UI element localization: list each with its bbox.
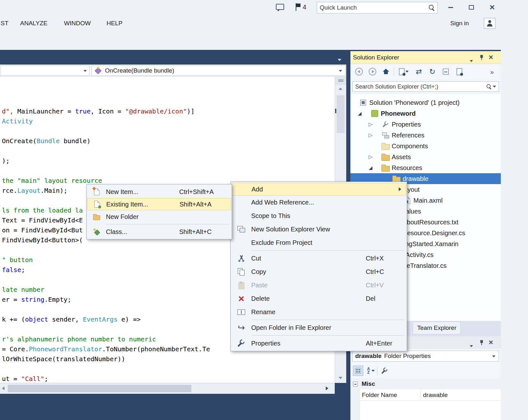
maximize-button[interactable] (465, 2, 478, 13)
copy-icon (238, 268, 245, 276)
solution-search-input[interactable] (355, 83, 486, 90)
close-panel-button[interactable]: × (489, 53, 493, 61)
close-button[interactable]: × (486, 2, 499, 13)
menu-item-open-folder-in-file-explorer[interactable]: ↪ Open Folder in File Explorer (231, 321, 406, 334)
show-all-files-button[interactable] (454, 66, 465, 77)
open-documents-dropdown[interactable] (338, 56, 341, 63)
scroll-left-arrow[interactable] (2, 386, 4, 390)
menu-item-scope-to-this[interactable]: Scope to This (231, 209, 406, 222)
scroll-right-arrow[interactable] (326, 386, 328, 390)
forward-button[interactable] (367, 66, 378, 77)
wrench-icon (381, 368, 388, 374)
tree-item-components[interactable]: Components (350, 141, 501, 152)
menu-item-new-folder[interactable]: New Folder (87, 210, 231, 223)
menu-item-properties[interactable]: Properties Alt+Enter (231, 337, 406, 350)
code-line[interactable] (2, 77, 335, 87)
back-button[interactable] (354, 66, 364, 77)
menu-item-add[interactable]: Add (231, 183, 406, 196)
expanded-expander-icon[interactable]: ◢ (356, 108, 364, 119)
switch-views-button[interactable] (397, 66, 411, 77)
splitter-icon (338, 80, 343, 80)
menu-item-class[interactable]: Class... Shift+Alt+C (87, 225, 231, 238)
code-line[interactable] (2, 146, 335, 156)
collapse-category-icon[interactable] (353, 382, 358, 386)
menu-item-existing-item[interactable]: Existing Item... Shift+Alt+A (87, 198, 231, 210)
members-combo[interactable]: OnCreate(Bundle bundle) (92, 66, 346, 76)
minimize-button[interactable] (444, 2, 457, 13)
tree-item-solution[interactable]: Solution 'Phoneword' (1 project) (350, 97, 501, 108)
horizontal-scrollbar[interactable] (0, 383, 335, 394)
scroll-up-arrow[interactable] (339, 88, 342, 90)
alphabetical-button[interactable] (365, 366, 375, 376)
menu-shortcut: Ctrl+C (366, 268, 384, 276)
horizontal-scroll-thumb[interactable] (8, 385, 191, 392)
account-button[interactable] (484, 18, 495, 29)
menubar-item-window[interactable]: WINDOW (64, 15, 91, 31)
collapse-all-button[interactable] (440, 66, 451, 77)
categorized-button[interactable] (353, 366, 363, 376)
tree-item-phoneword[interactable]: ◢ Phoneword (350, 108, 501, 119)
menu-item-rename[interactable]: Rename (231, 305, 406, 319)
menu-item-new-item[interactable]: New Item... Ctrl+Shift+A (87, 185, 231, 198)
speech-bubble-icon (276, 4, 284, 10)
property-value[interactable]: drawable (420, 392, 448, 399)
toolbar-overflow-button[interactable]: » (490, 68, 494, 76)
expanded-expander-icon[interactable]: ◢ (367, 162, 374, 173)
window-position-button[interactable] (470, 342, 473, 349)
split-editor-handle[interactable] (335, 77, 346, 84)
tree-item-resources[interactable]: ◢ Resources (350, 162, 501, 173)
properties-object-combo[interactable]: drawable Folder Properties (352, 351, 499, 362)
sync-active-document-button[interactable]: ⇄ (413, 66, 424, 77)
code-line[interactable] (2, 364, 335, 374)
pin-button[interactable] (479, 55, 484, 62)
code-line[interactable]: ); (2, 156, 335, 166)
menubar: ST ANALYZE WINDOW HELP Sign in (0, 15, 528, 31)
code-line[interactable] (2, 97, 335, 106)
feedback-icon[interactable] (276, 4, 284, 12)
refresh-button[interactable]: ↻ (427, 66, 438, 77)
tree-item-properties[interactable]: ▷ Properties (350, 119, 501, 130)
quick-launch-box[interactable] (317, 2, 438, 13)
code-line[interactable]: lOrWhiteSpace(translatedNumber)) (2, 354, 335, 364)
notifications-button[interactable]: 4 (295, 3, 306, 11)
scroll-down-arrow[interactable] (339, 377, 342, 379)
tab-team-explorer[interactable]: Team Explorer (413, 322, 461, 334)
collapsed-expander-icon[interactable]: ▷ (367, 152, 374, 162)
collapsed-expander-icon[interactable]: ▷ (367, 130, 374, 141)
menu-item-copy[interactable]: Copy Ctrl+C (231, 265, 406, 278)
code-line[interactable]: OnCreate(Bundle bundle) (2, 136, 335, 146)
menu-item-delete[interactable]: × Delete Del (231, 292, 406, 305)
tree-item-assets[interactable]: ▷ Assets (350, 152, 501, 162)
menu-item-cut[interactable]: Cut Ctrl+X (231, 252, 406, 265)
vertical-scroll-thumb[interactable] (337, 95, 345, 133)
close-panel-button[interactable]: × (489, 338, 493, 346)
home-button[interactable] (380, 66, 391, 77)
menubar-item-help[interactable]: HELP (107, 15, 123, 31)
code-line[interactable] (2, 166, 335, 176)
code-line[interactable]: ut = "Call"; (2, 374, 335, 383)
solution-search-box[interactable] (352, 82, 499, 92)
code-line[interactable] (2, 126, 335, 136)
menu-item-exclude-from-project[interactable]: Exclude From Project (231, 236, 406, 249)
menu-item-paste[interactable]: Paste Ctrl+V (231, 278, 406, 292)
pin-button[interactable] (479, 340, 484, 347)
solution-explorer-header[interactable]: Solution Explorer × (350, 51, 501, 64)
quick-launch-input[interactable] (320, 4, 428, 11)
code-line[interactable] (2, 87, 335, 97)
menubar-item-analyze[interactable]: ANALYZE (20, 15, 47, 31)
property-pages-button[interactable] (380, 366, 390, 376)
properties-category-row[interactable]: Misc (350, 378, 501, 389)
menu-item-add-web-reference[interactable]: Add Web Reference... (231, 196, 406, 209)
menubar-item-test[interactable]: ST (1, 15, 8, 31)
sign-in-link[interactable]: Sign in (450, 15, 469, 31)
tree-item-references[interactable]: ▷ References (350, 130, 501, 141)
tree-label: References (392, 132, 424, 139)
collapsed-expander-icon[interactable]: ▷ (367, 119, 374, 130)
window-position-button[interactable] (470, 57, 473, 64)
property-row[interactable]: Folder Name drawable (360, 389, 501, 401)
code-line[interactable]: Activity (2, 116, 335, 126)
code-line[interactable]: d", MainLauncher = true, Icon = "@drawab… (2, 106, 335, 116)
menu-label: Add Web Reference... (251, 199, 314, 206)
menu-item-new-solution-explorer-view[interactable]: New Solution Explorer View (231, 222, 406, 236)
types-combo[interactable] (0, 66, 90, 76)
